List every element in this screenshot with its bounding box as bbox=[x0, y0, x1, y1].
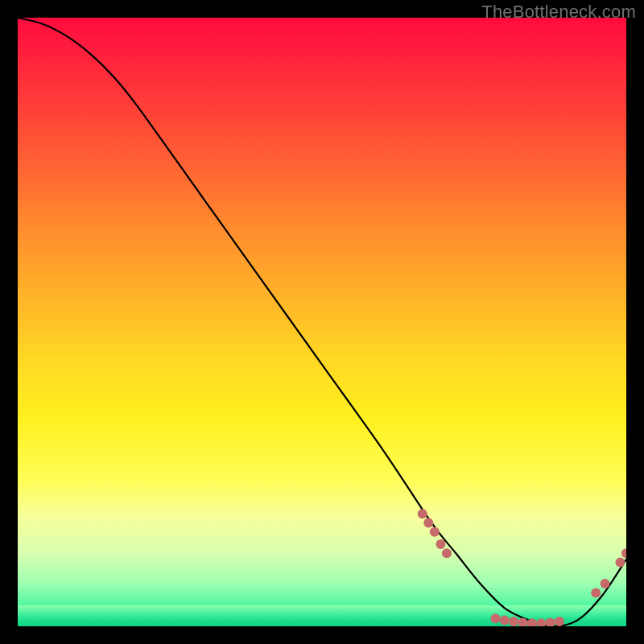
plot-area bbox=[18, 18, 626, 626]
data-marker bbox=[601, 579, 610, 588]
data-marker bbox=[430, 527, 440, 537]
chart-stage: TheBottleneck.com bbox=[0, 0, 644, 644]
data-marker bbox=[442, 548, 452, 558]
data-marker bbox=[546, 617, 555, 626]
data-marker bbox=[591, 588, 601, 597]
data-marker bbox=[509, 617, 518, 626]
curve-path bbox=[18, 18, 626, 626]
data-marker bbox=[555, 617, 564, 626]
data-marker bbox=[536, 618, 546, 626]
data-marker bbox=[615, 558, 625, 568]
data-marker bbox=[436, 539, 445, 549]
markers-group bbox=[418, 509, 626, 626]
data-marker bbox=[418, 509, 427, 518]
data-marker bbox=[500, 615, 510, 625]
data-marker bbox=[423, 518, 433, 527]
data-marker bbox=[621, 548, 626, 558]
chart-svg bbox=[18, 18, 626, 626]
data-marker bbox=[490, 613, 500, 623]
